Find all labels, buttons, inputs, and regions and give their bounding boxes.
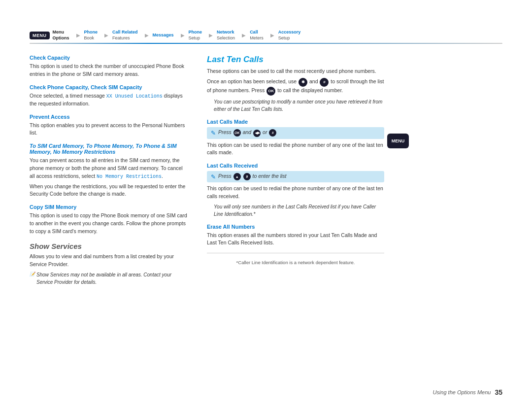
nav-phone-setup: Phone Setup	[189, 30, 202, 41]
page-footer: Using the Options Menu 35	[432, 388, 502, 396]
page-container: MENU Menu Options ▶ Phone Book ▶ Call Re…	[0, 0, 532, 411]
check-capacity-body: This option is used to check the number …	[30, 63, 187, 78]
btn-ok-2: OK	[233, 129, 241, 137]
nav-arrow-6: ▶	[242, 33, 246, 38]
to-sim-heading: To SIM Card Memory, To Phone Memory, To …	[30, 143, 187, 155]
nav-menu-bottom: Options	[53, 35, 69, 41]
nav-messages: Messages	[153, 33, 174, 38]
nav-phone-book: Phone Book	[84, 30, 98, 41]
check-capacity-heading: Check Capacity	[30, 55, 187, 61]
last-calls-made-heading: Last Calls Made	[207, 119, 384, 125]
last-ten-note: You can use postscripting to modify a nu…	[207, 98, 384, 113]
to-sim-body2: When you change the restrictions, you wi…	[30, 183, 187, 199]
copy-sim-heading: Copy SIM Memory	[30, 204, 187, 210]
nav-arrow-1: ▶	[76, 33, 80, 38]
nav-menu-options: Menu Options	[53, 30, 69, 41]
btn-hash-2: #	[269, 129, 276, 137]
right-column: Last Ten Calls These options can be used…	[207, 55, 384, 288]
main-content: Check Capacity This option is used to ch…	[30, 55, 502, 288]
last-calls-made-body: This option can be used to redial the ph…	[207, 141, 384, 157]
nav-arrow-7: ▶	[270, 33, 274, 38]
last-calls-received-note: You will only see numbers in the Last Ca…	[207, 203, 384, 218]
prevent-access-body: This option enables you to prevent acces…	[30, 122, 187, 137]
btn-up: ▲	[233, 173, 241, 180]
btn-star: ✱	[299, 78, 307, 87]
last-ten-intro2: Once an option has been selected, use ✱ …	[207, 78, 384, 96]
last-calls-received-body: This option can be used to redial the ph…	[207, 185, 384, 201]
check-phone-capacity-body: Once selected, a timed message XX Unused…	[30, 92, 187, 108]
menu-icon: MENU	[30, 32, 50, 39]
nav-arrow-2: ▶	[104, 33, 108, 38]
nav-arrow-5: ▶	[209, 33, 213, 38]
last-calls-made-highlight: ✎ Press OK and ◀▶ or #	[207, 127, 384, 139]
page-label: Using the Options Menu	[432, 389, 491, 395]
pencil-icon-2: ✎	[211, 173, 216, 180]
nav-bar: MENU Menu Options ▶ Phone Book ▶ Call Re…	[30, 30, 502, 41]
last-ten-calls-heading: Last Ten Calls	[207, 55, 384, 65]
nav-line	[30, 43, 502, 44]
btn-hash: #	[320, 78, 329, 87]
last-calls-received-box-text: Press ▲ 9 to enter the list	[218, 173, 286, 180]
copy-sim-body: This option is used to copy the Phone Bo…	[30, 212, 187, 235]
btn-lr: ◀▶	[253, 130, 261, 137]
btn-ok: OK	[266, 87, 275, 96]
erase-all-body: This option erases all the numbers store…	[207, 232, 384, 247]
nav-call-related: Call Related Features	[112, 30, 138, 41]
footer-note: *Caller Line Identification is a network…	[207, 259, 384, 266]
last-calls-received-highlight: ✎ Press ▲ 9 to enter the list	[207, 171, 384, 182]
nav-menu-top: Menu	[53, 30, 69, 35]
to-sim-body1: You can prevent access to all entries in…	[30, 157, 187, 180]
nav-arrow-4: ▶	[181, 33, 185, 38]
nav-call-meters: Call Meters	[250, 30, 264, 41]
check-phone-capacity-heading: Check Phone Capacity, Check SIM Capacity	[30, 84, 187, 90]
side-menu-button[interactable]: MENU	[387, 134, 409, 148]
show-services-body: Allows you to view and dial numbers from…	[30, 253, 187, 269]
nav-arrow-3: ▶	[145, 33, 149, 38]
no-memory-mono: No Memory Restrictions	[97, 174, 162, 179]
btn-9wxyz: 9	[243, 173, 251, 180]
nav-network: Network Selection	[217, 30, 235, 41]
erase-all-heading: Erase All Numbers	[207, 224, 384, 230]
divider	[207, 253, 384, 253]
show-services-heading: Show Services	[30, 242, 187, 250]
page-number: 35	[495, 388, 502, 396]
last-ten-intro1: These options can be used to call the mo…	[207, 68, 384, 75]
last-calls-received-heading: Last Calls Received	[207, 163, 384, 169]
left-column: Check Capacity This option is used to ch…	[30, 55, 187, 288]
show-services-note: Show Services may not be available in al…	[30, 271, 187, 286]
pencil-icon-1: ✎	[211, 130, 216, 137]
nav-accessory: Accessory Setup	[278, 30, 301, 41]
prevent-access-heading: Prevent Access	[30, 114, 187, 120]
mono-unused: XX Unused Locations	[106, 94, 163, 99]
last-calls-made-box-text: Press OK and ◀▶ or #	[218, 129, 277, 137]
